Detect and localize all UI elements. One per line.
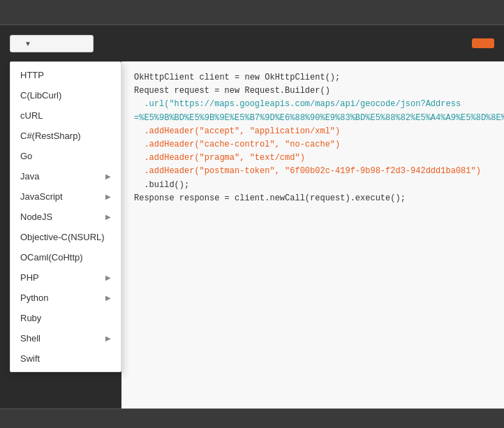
content-area: HTTPC(LibCurl)cURLC#(RestSharp)GoJava▶Ja… bbox=[0, 61, 504, 408]
code-line: OkHttpClient client = new OkHttpClient()… bbox=[134, 71, 491, 84]
menu-item-label: Swift bbox=[20, 353, 40, 364]
language-dropdown-menu: HTTPC(LibCurl)cURLC#(RestSharp)GoJava▶Ja… bbox=[10, 61, 121, 372]
menu-item-label: Ruby bbox=[20, 313, 41, 323]
modal: ▼ HTTPC(LibCurl)cURLC#(RestSharp)GoJava▶… bbox=[0, 0, 504, 428]
language-dropdown[interactable]: ▼ bbox=[10, 35, 94, 52]
menu-item-label: Python bbox=[20, 293, 48, 303]
code-line: =%E5%9B%BD%E5%9B%9E%E5%B7%9D%E6%88%90%E9… bbox=[134, 112, 491, 125]
menu-item-label: Java bbox=[20, 171, 39, 182]
menu-item[interactable]: Shell▶ bbox=[10, 328, 121, 348]
menu-item-label: C#(RestSharp) bbox=[20, 131, 81, 141]
bottom-bar bbox=[0, 408, 504, 428]
menu-item[interactable]: HTTP bbox=[10, 65, 121, 85]
menu-item[interactable]: Ruby bbox=[10, 308, 121, 328]
code-line: .url("https://maps.googleapis.com/maps/a… bbox=[134, 98, 491, 111]
menu-item-label: Objective-C(NSURL) bbox=[20, 232, 105, 242]
menu-item[interactable]: cURL bbox=[10, 105, 121, 126]
menu-item-label: C(LibCurl) bbox=[20, 90, 61, 101]
submenu-arrow-icon: ▶ bbox=[105, 172, 111, 180]
menu-item[interactable]: Java▶ bbox=[10, 166, 121, 186]
menu-item[interactable]: OCaml(CoHttp) bbox=[10, 247, 121, 267]
submenu-arrow-icon: ▶ bbox=[105, 294, 111, 302]
menu-item-label: NodeJS bbox=[20, 212, 52, 222]
code-line: Response response = client.newCall(reque… bbox=[134, 192, 491, 205]
code-line: .addHeader("cache-control", "no-cache") bbox=[134, 138, 491, 152]
menu-item[interactable]: Go bbox=[10, 146, 121, 166]
code-line: .addHeader("accept", "application/xml") bbox=[134, 125, 491, 138]
modal-header bbox=[0, 0, 504, 25]
menu-item[interactable]: C#(RestSharp) bbox=[10, 126, 121, 146]
menu-item-label: Shell bbox=[20, 333, 40, 344]
menu-item[interactable]: Swift bbox=[10, 348, 121, 369]
code-line: .addHeader("postman-token", "6f00b02c-41… bbox=[134, 165, 491, 178]
menu-item[interactable]: NodeJS▶ bbox=[10, 207, 121, 227]
menu-item[interactable]: JavaScript▶ bbox=[10, 186, 121, 207]
menu-item-label: OCaml(CoHttp) bbox=[20, 252, 83, 263]
submenu-arrow-icon: ▶ bbox=[105, 213, 111, 221]
close-button[interactable] bbox=[489, 11, 494, 14]
submenu-arrow-icon: ▶ bbox=[105, 193, 111, 200]
menu-item[interactable]: PHP▶ bbox=[10, 267, 121, 288]
modal-toolbar: ▼ bbox=[0, 25, 504, 61]
menu-item-label: JavaScript bbox=[20, 191, 63, 202]
menu-item-label: cURL bbox=[20, 110, 43, 121]
submenu-arrow-icon: ▶ bbox=[105, 334, 111, 342]
menu-item-label: Go bbox=[20, 151, 32, 161]
submenu-arrow-icon: ▶ bbox=[105, 274, 111, 281]
code-line: .addHeader("pragma", "text/cmd") bbox=[134, 152, 491, 165]
menu-item-label: HTTP bbox=[20, 70, 44, 80]
menu-item[interactable]: C(LibCurl) bbox=[10, 85, 121, 105]
menu-item-label: PHP bbox=[20, 272, 39, 283]
code-panel[interactable]: OkHttpClient client = new OkHttpClient()… bbox=[121, 61, 504, 408]
code-line: .build(); bbox=[134, 179, 491, 192]
chevron-down-icon: ▼ bbox=[24, 40, 31, 47]
copy-to-clipboard-button[interactable] bbox=[472, 38, 494, 48]
code-line: Request request = new Request.Builder() bbox=[134, 84, 491, 98]
menu-item[interactable]: Objective-C(NSURL) bbox=[10, 227, 121, 247]
menu-item[interactable]: Python▶ bbox=[10, 288, 121, 308]
